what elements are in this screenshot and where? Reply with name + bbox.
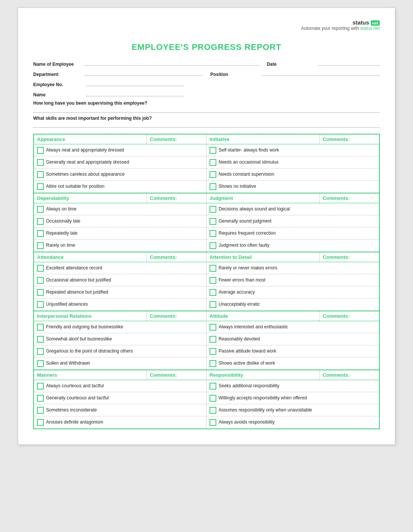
checkbox-interpersonal-relations-0[interactable] [37,324,44,331]
checkbox-manners-0[interactable] [37,383,44,390]
checkbox-initiative-1[interactable] [210,159,216,166]
list-item: Somewhat aloof but businesslike [34,333,206,345]
checkbox-dependability-1[interactable] [37,218,44,225]
list-item: Generally courteous and tactful [34,392,206,404]
checkbox-appearance-1[interactable] [37,159,44,166]
checkbox-judgment-1[interactable] [210,218,216,225]
checkbox-manners-1[interactable] [37,395,44,402]
list-item: Seeks additional responsibility [206,380,379,392]
row-dept-position: Department Position [33,70,380,77]
list-item: Shows active dislike of work [206,357,379,370]
checkbox-attendance-3[interactable] [37,301,44,308]
checkbox-initiative-0[interactable] [210,147,216,154]
checkbox-interpersonal-relations-2[interactable] [37,348,44,355]
section-items-responsibility: Seeks additional responsibilityWillingly… [206,380,379,428]
checkbox-attention-to-detail-3[interactable] [210,301,216,308]
list-item: Arouses definite antagonism [34,416,206,428]
list-item: Assumes responsibility only when unavoid… [206,404,379,416]
item-text-dependability-0: Always on time [46,206,77,212]
list-item: Requires frequent correction [206,227,379,240]
checkbox-responsibility-2[interactable] [210,407,216,414]
checkbox-manners-3[interactable] [37,419,44,426]
department-group: Department [33,70,203,77]
checkbox-appearance-3[interactable] [37,183,44,190]
list-item: Repeated absence but justified [34,286,206,298]
list-item: Attire not suitable for position [34,181,206,193]
list-item: Sometimes inconsiderate [34,404,206,416]
section-title-interpersonal-relations: Interpersonal Relations [34,311,147,321]
item-text-attendance-2: Repeated absence but justified [46,289,108,295]
checkbox-judgment-2[interactable] [210,230,216,237]
checkbox-attendance-1[interactable] [37,277,44,284]
section-title-attitude: Attitude [206,311,320,321]
list-item: Judgment too often faulty [206,240,379,252]
section-title-judgment: Judgment [206,193,320,203]
checkbox-responsibility-1[interactable] [210,395,216,402]
section-title-dependability: Dependability [34,193,147,203]
position-group: Position [210,70,380,77]
checkbox-responsibility-3[interactable] [210,419,216,426]
question2-label: What skills are most important for perfo… [33,116,380,121]
section-attitude: AttitudeComments:Always interested and e… [206,311,379,370]
name-of-employee-field[interactable] [85,60,259,66]
checkbox-dependability-0[interactable] [37,206,44,213]
item-text-responsibility-3: Always avoids responsibility [219,419,275,425]
checkbox-initiative-2[interactable] [210,171,216,178]
section-items-attendance: Excellent attendance recordOccasional ab… [34,262,206,311]
row-name: Name [33,90,380,97]
row-name-date: Name of Employee Date [33,60,380,67]
checkbox-attendance-0[interactable] [37,265,44,272]
checkbox-attitude-0[interactable] [210,324,216,331]
item-text-manners-3: Arouses definite antagonism [46,419,103,425]
checkbox-interpersonal-relations-3[interactable] [37,360,44,367]
status-net-link[interactable]: status.net [360,26,380,31]
checkbox-attention-to-detail-1[interactable] [210,277,216,284]
checkbox-appearance-0[interactable] [37,147,44,154]
list-item: Generally neat and appropriately dressed [34,156,206,169]
list-item: Occasionally late [34,215,206,227]
section-dependability: DependabilityComments:Always on timeOcca… [34,193,206,252]
item-text-appearance-0: Always neat and appropriately dressed [46,147,124,153]
section-header-dependability: DependabilityComments: [34,193,206,203]
item-text-responsibility-0: Seeks additional responsibility [219,383,279,389]
checkbox-responsibility-0[interactable] [210,383,216,390]
section-header-initiative: InitiativeComments: [206,135,379,144]
employee-no-field[interactable] [86,80,184,86]
section-interpersonal-relations: Interpersonal RelationsComments:Friendly… [34,311,206,370]
checkbox-dependability-3[interactable] [37,242,44,249]
checkbox-attitude-3[interactable] [210,360,216,367]
checkbox-dependability-2[interactable] [37,230,44,237]
checkbox-attention-to-detail-0[interactable] [210,265,216,272]
checkbox-attention-to-detail-2[interactable] [210,289,216,296]
checkbox-attitude-1[interactable] [210,336,216,343]
section-items-interpersonal-relations: Friendly and outgoing but businesslikeSo… [34,321,206,370]
item-text-attitude-3: Shows active dislike of work [219,360,275,367]
date-field[interactable] [318,60,380,66]
item-text-attention-to-detail-2: Average accuracy [219,289,255,295]
section-title-attention-to-detail: Attention to Detail [206,252,320,262]
checkbox-appearance-2[interactable] [37,171,44,178]
list-item: Repeatedly late [34,227,206,240]
checkbox-attendance-2[interactable] [37,289,44,296]
position-field[interactable] [262,70,380,76]
item-text-interpersonal-relations-2: Gregarious to the point of distracting o… [46,348,133,354]
checkbox-judgment-3[interactable] [210,242,216,249]
name-field[interactable] [86,90,184,96]
item-text-manners-2: Sometimes inconsiderate [46,407,97,413]
list-item: Unacceptably erratic [206,298,379,311]
section-items-judgment: Decisions always sound and logicalGenera… [206,203,379,252]
checkbox-judgment-0[interactable] [210,206,216,213]
question2-field[interactable] [33,122,380,128]
question1-field[interactable] [33,107,380,113]
list-item: Excellent attendance record [34,262,206,274]
checkbox-interpersonal-relations-1[interactable] [37,336,44,343]
item-text-dependability-1: Occasionally late [46,218,80,224]
checkbox-attitude-2[interactable] [210,348,216,355]
item-text-initiative-0: Self-starter- always finds work [219,147,279,153]
position-label: Position [210,72,259,77]
checkbox-manners-2[interactable] [37,407,44,414]
question2-group: What skills are most important for perfo… [33,116,380,128]
department-field[interactable] [85,70,203,76]
checkbox-initiative-3[interactable] [210,183,216,190]
section-header-attitude: AttitudeComments: [206,311,379,321]
